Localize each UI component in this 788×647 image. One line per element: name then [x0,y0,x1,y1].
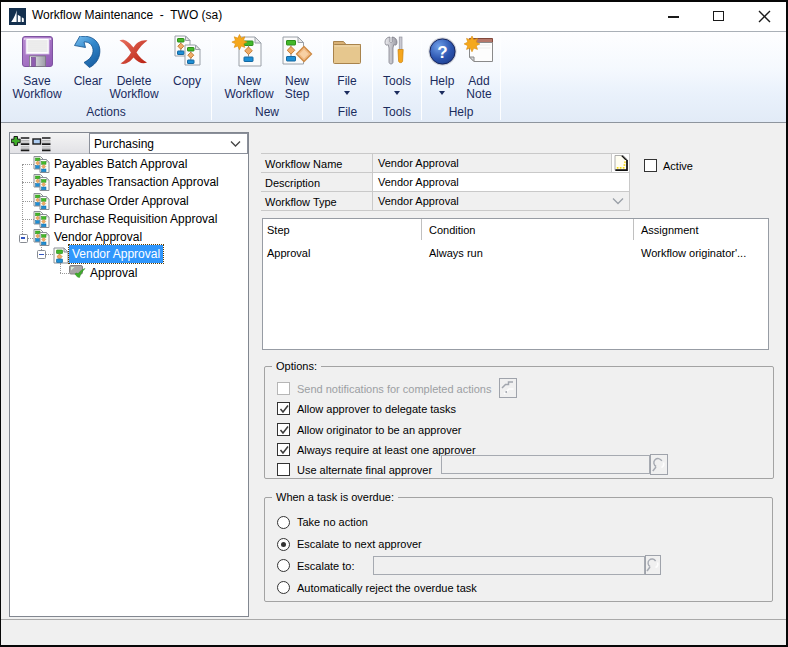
svg-text:?: ? [437,43,447,62]
